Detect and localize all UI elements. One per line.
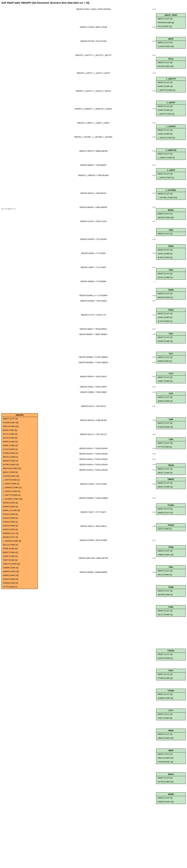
related-table-name: T042Z [156, 308, 185, 312]
relation-edge: VBKDPO-KDKG1 = TVKGG-KDKGR0..N [38, 446, 156, 450]
edge-cardinality: 0..N [149, 237, 156, 240]
related-table-name: TCURC [156, 503, 185, 507]
related-table: T188MANDT [CLNT (3)]KONDA [CHAR (2)] [156, 417, 186, 429]
related-table: TFKBMANDT [CLNT (3)]FKBER [CHAR (16)] [156, 545, 186, 557]
edge-label: VBKDPO-AKWAE = TCURC-WAERS [38, 355, 149, 358]
relation-edge: VBKDPO-BSARK = T176-BSARK1 [38, 279, 156, 282]
related-table-name: J_1ARFZ [156, 168, 185, 172]
er-diagram: (0,1 ) E=VBAK=0..N VBKDPO MANDT [CLNT (3… [1, 7, 186, 806]
relation-edge: VBKDPO-KDKG2 = TVKGG-KDKGR0..N [38, 452, 156, 455]
edge-cardinality: 0..N [149, 327, 156, 330]
related-table: TBMOTMANDT [CLNT (3)]BEMOT [CHAR (2)] [156, 477, 186, 489]
edge-cardinality: 0..N [149, 496, 156, 499]
relation-edge: VBKDPO-WMINR = WWMI-WMINR0..N [38, 570, 156, 573]
edge-label: VBKDPO-LCNUM = AKKP-LCNUM [38, 25, 149, 28]
edge-label: VBKDPO-PLTYP = T189-PLTYP [38, 313, 149, 316]
relation-edge: VBKDPO-BSARK_E = T176-BSARK0..N [38, 293, 156, 297]
edge-cardinality: 0..N [149, 219, 156, 222]
edge-label: VBKDPO-KONDA = T188-KONDA [38, 299, 149, 302]
related-table-name: J_1ADTYP [156, 77, 185, 81]
edge-cardinality: 0..N [149, 404, 156, 407]
field: LAND1 [CHAR (3)] [156, 132, 185, 136]
edge-label: VBKDPO-ABSSC = T691M-ABSSC [38, 327, 149, 330]
field: MANDT [CLNT (3)] [156, 375, 185, 379]
edge-cardinality: 0..N [149, 556, 156, 559]
edge-cardinality: 1 [149, 279, 156, 282]
edge-label: VBKDPO-MANDT = T000-MANDT [38, 163, 149, 166]
related-table-name: TINC [156, 565, 185, 569]
field: MANDT [CLNT (3)] [156, 507, 185, 511]
relation-edge: VBKDPO-FPLNR = FPLA-FPLNR0..N [38, 39, 156, 42]
related-table: AD01C_PROFMANDT [CLNT (3)]PROFNR [CHAR (… [156, 13, 186, 29]
related-table-name: VBUP [156, 749, 185, 752]
field: MANDT [CLNT (3)] [156, 104, 185, 108]
field: J_1ADTYP [CHAR (2)] [156, 88, 185, 92]
relation-edge: VBKDPO-MANSP = T040S-MANSP0..N [38, 205, 156, 208]
field: KONDA [CHAR (2)] [2, 581, 38, 585]
related-table-name: T040S [156, 288, 185, 292]
related-table: VBUPMANDT [CLNT (3)]VBELN [CHAR (10)]POS… [156, 749, 186, 764]
related-table: T173MANDT [CLNT (3)]VSART [CHAR (2)] [156, 372, 186, 383]
relation-edge: VBKDPO-KDGRP = T151-KDGRP0..N [38, 237, 156, 240]
edge-label: VBKDPO-DELCO = TVDC-DELCO [38, 432, 149, 435]
field: MANDT [CLNT (3)] [156, 733, 185, 736]
field: MANDT [CLNT (3)] [156, 481, 185, 485]
field: ABTNR [CHAR (4)] [2, 501, 38, 505]
field: BSARK [CHAR (4)] [2, 505, 38, 509]
edge-label: VBKDPO-FFPRF = AD01C_PROF-PROFNR [38, 7, 149, 10]
edge-cardinality: 0..N [149, 293, 156, 296]
field: MANDT [CLNT (3)] [156, 192, 185, 196]
page-title: SAP ABAP table VBKDPO {SD Document: Busi… [1, 1, 186, 4]
relation-edge: VBKDPO-POSNR = VBUP-POSNR0..N [38, 538, 156, 541]
field: ABSSC [CHAR (6)] [156, 471, 185, 475]
field: FKBER [CHAR (16)] [2, 574, 38, 578]
field: ABTNR [CHAR (4)] [156, 593, 185, 597]
edge-label: VBKDPO-BEMOT = TBMOT-BEMOT [38, 333, 149, 335]
field: FPLNR [CHAR (10)] [156, 65, 185, 68]
field: MANDT [CLNT (3)] [156, 232, 185, 236]
related-table: TVDCMANDT [CLNT (3)]DELCO [CHAR (3)] [156, 605, 186, 617]
field: MANDT [CLNT (3)] [156, 589, 185, 593]
field: PERFK [CHAR (2)] [2, 440, 38, 444]
relation-edge: VBKDPO-J_1AINDXP = J_1AINFT20-J_1AINDX0.… [38, 107, 156, 110]
related-table-name: TVSAK [156, 689, 185, 692]
field: LCNUM [CHAR (10)] [2, 474, 38, 478]
field: TRATY [CHAR (4)] [156, 716, 185, 720]
field: FFPRF [CHAR (8)] [2, 547, 38, 551]
field: POSNR [NUMC (6)] [2, 421, 38, 425]
field: MANSP [CHAR (1)] [156, 296, 185, 300]
edge-cardinality: 0..N [149, 25, 156, 28]
field: J_1AINDXP [CHAR (5)] [2, 539, 38, 543]
edge-label: VBKDPO-VBELN = VBUK-VBELN [38, 524, 149, 527]
relation-edge: VBKDPO-LCNUM = AKKP-LCNUM0..N [38, 25, 156, 28]
edge-cardinality: 0..N [149, 361, 156, 363]
edge-label: VBKDPO-WKWAE = TCURC-WAERS [38, 361, 149, 364]
field: MANDT [CLNT (3)] [156, 569, 185, 573]
edge-cardinality: 0..N [149, 375, 156, 377]
field: MANDT [CLNT (3)] [156, 172, 185, 176]
edge-label: VBKDPO-PERRL = TFACD-IDENT [38, 385, 149, 388]
edge-label: VBKDPO-KDKG5 = TVKGG-KDKGR [38, 468, 149, 471]
field: VSART [CHAR (2)] [2, 555, 38, 558]
field: MANDT [CLNT (3)] [2, 417, 38, 421]
relation-edge: VBKDPO-BZIRK = T171-BZIRK0..N [38, 251, 156, 254]
field: BUKRS [CHAR (4)] [156, 85, 185, 88]
edge-label: VBKDPO-MSCHL = T040-MSCHL [38, 191, 149, 194]
relation-edge: VBKDPO-DELCO = TVDC-DELCO0..N [38, 432, 156, 435]
relation-edge: VBKDPO-FFPRF = AD01C_PROF-PROFNR0..N [38, 7, 156, 10]
edge-label: VBKDPO-VSART = T173-VSART [38, 266, 149, 268]
relation-edge: VBKDPO-KTGRD = TVKT-KTGRD0..N [38, 482, 156, 485]
field: MANDT [CLNT (3)] [156, 41, 185, 44]
field: MANDT [CLNT (3)] [156, 776, 185, 780]
relation-edge: VBKDPO-VSART = T173-VSART0..N [38, 266, 156, 268]
field: LAND1 [CHAR (3)] [156, 316, 185, 319]
edge-cardinality: 0..N [149, 313, 156, 316]
related-table-name: TBMOT [156, 477, 185, 481]
related-table: T171MANDT [CLNT (3)]BZIRK [CHAR (6)] [156, 352, 186, 363]
relation-edge: VBKDPO-ABSSC = T691M-ABSSC0..N [38, 327, 156, 330]
relation-edge: VBKDPO-J_1AFITP = J_1AFITP-J_1AFITP0..N [38, 71, 156, 74]
field: MANDT [CLNT (3)] [156, 17, 185, 21]
field: FPLNR [CHAR (10)] [2, 463, 38, 467]
related-table-name: J_1ATXREL [156, 188, 185, 192]
field: J_1AFITP [CHAR (2)] [2, 478, 38, 482]
